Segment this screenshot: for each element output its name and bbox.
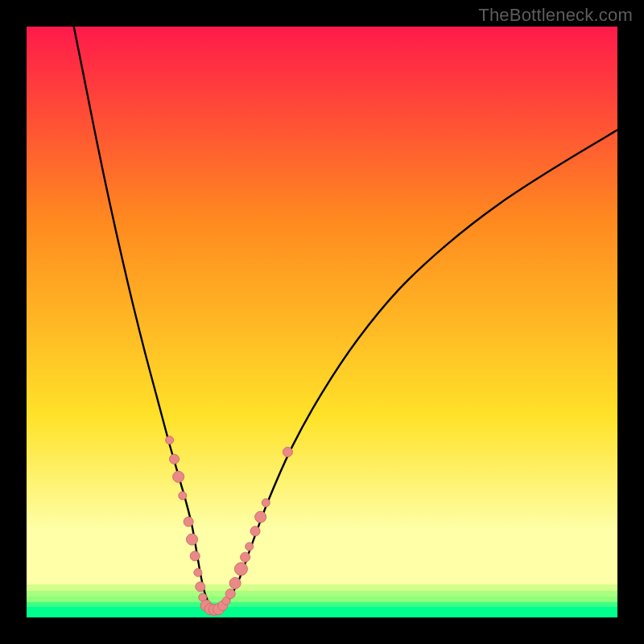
data-marker xyxy=(241,552,250,562)
bottleneck-curve xyxy=(74,27,617,611)
data-marker xyxy=(190,551,200,561)
data-marker xyxy=(225,589,235,599)
chart-frame: TheBottleneck.com xyxy=(0,0,644,644)
data-marker xyxy=(194,568,202,576)
watermark-text: TheBottleneck.com xyxy=(478,5,633,26)
curve-markers xyxy=(166,436,293,616)
data-marker xyxy=(262,499,270,507)
data-marker xyxy=(187,534,198,545)
data-marker xyxy=(250,526,260,536)
plot-area xyxy=(27,27,617,617)
data-marker xyxy=(234,563,247,576)
data-marker xyxy=(255,511,266,522)
data-marker xyxy=(166,436,174,444)
data-marker xyxy=(246,543,254,551)
curve-layer xyxy=(27,27,617,617)
data-marker xyxy=(283,447,292,456)
data-marker xyxy=(173,471,184,482)
data-marker xyxy=(179,492,187,500)
data-marker xyxy=(229,577,241,588)
data-marker xyxy=(170,454,180,464)
data-marker xyxy=(196,582,205,592)
data-marker xyxy=(184,517,193,526)
